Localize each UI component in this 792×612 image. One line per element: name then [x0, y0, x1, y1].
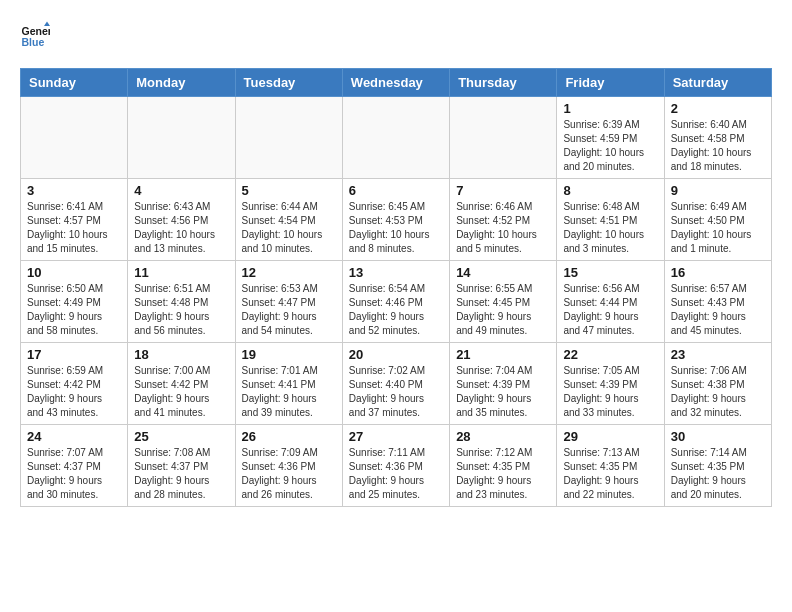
calendar-cell: 1Sunrise: 6:39 AM Sunset: 4:59 PM Daylig…	[557, 97, 664, 179]
day-number: 15	[563, 265, 657, 280]
calendar-cell	[342, 97, 449, 179]
day-number: 2	[671, 101, 765, 116]
calendar-cell: 14Sunrise: 6:55 AM Sunset: 4:45 PM Dayli…	[450, 261, 557, 343]
day-info: Sunrise: 6:40 AM Sunset: 4:58 PM Dayligh…	[671, 118, 765, 174]
day-number: 30	[671, 429, 765, 444]
day-number: 3	[27, 183, 121, 198]
day-info: Sunrise: 6:49 AM Sunset: 4:50 PM Dayligh…	[671, 200, 765, 256]
day-info: Sunrise: 6:45 AM Sunset: 4:53 PM Dayligh…	[349, 200, 443, 256]
calendar-cell: 9Sunrise: 6:49 AM Sunset: 4:50 PM Daylig…	[664, 179, 771, 261]
calendar-cell: 30Sunrise: 7:14 AM Sunset: 4:35 PM Dayli…	[664, 425, 771, 507]
weekday-header-friday: Friday	[557, 69, 664, 97]
day-number: 16	[671, 265, 765, 280]
calendar-cell: 12Sunrise: 6:53 AM Sunset: 4:47 PM Dayli…	[235, 261, 342, 343]
calendar-cell: 7Sunrise: 6:46 AM Sunset: 4:52 PM Daylig…	[450, 179, 557, 261]
day-number: 10	[27, 265, 121, 280]
day-number: 26	[242, 429, 336, 444]
day-number: 25	[134, 429, 228, 444]
day-number: 12	[242, 265, 336, 280]
day-info: Sunrise: 7:11 AM Sunset: 4:36 PM Dayligh…	[349, 446, 443, 502]
calendar-cell: 27Sunrise: 7:11 AM Sunset: 4:36 PM Dayli…	[342, 425, 449, 507]
day-info: Sunrise: 7:13 AM Sunset: 4:35 PM Dayligh…	[563, 446, 657, 502]
day-info: Sunrise: 6:54 AM Sunset: 4:46 PM Dayligh…	[349, 282, 443, 338]
calendar-cell: 2Sunrise: 6:40 AM Sunset: 4:58 PM Daylig…	[664, 97, 771, 179]
calendar-cell: 17Sunrise: 6:59 AM Sunset: 4:42 PM Dayli…	[21, 343, 128, 425]
day-number: 17	[27, 347, 121, 362]
calendar-cell: 4Sunrise: 6:43 AM Sunset: 4:56 PM Daylig…	[128, 179, 235, 261]
day-number: 4	[134, 183, 228, 198]
calendar-cell	[450, 97, 557, 179]
day-info: Sunrise: 6:50 AM Sunset: 4:49 PM Dayligh…	[27, 282, 121, 338]
day-info: Sunrise: 7:08 AM Sunset: 4:37 PM Dayligh…	[134, 446, 228, 502]
calendar-cell: 28Sunrise: 7:12 AM Sunset: 4:35 PM Dayli…	[450, 425, 557, 507]
day-info: Sunrise: 6:46 AM Sunset: 4:52 PM Dayligh…	[456, 200, 550, 256]
day-number: 13	[349, 265, 443, 280]
calendar-cell: 13Sunrise: 6:54 AM Sunset: 4:46 PM Dayli…	[342, 261, 449, 343]
day-number: 22	[563, 347, 657, 362]
calendar-cell: 22Sunrise: 7:05 AM Sunset: 4:39 PM Dayli…	[557, 343, 664, 425]
day-info: Sunrise: 7:04 AM Sunset: 4:39 PM Dayligh…	[456, 364, 550, 420]
day-info: Sunrise: 7:00 AM Sunset: 4:42 PM Dayligh…	[134, 364, 228, 420]
calendar-cell: 25Sunrise: 7:08 AM Sunset: 4:37 PM Dayli…	[128, 425, 235, 507]
weekday-header-saturday: Saturday	[664, 69, 771, 97]
logo: General Blue	[20, 20, 54, 50]
calendar-cell	[235, 97, 342, 179]
day-info: Sunrise: 6:53 AM Sunset: 4:47 PM Dayligh…	[242, 282, 336, 338]
calendar-cell: 10Sunrise: 6:50 AM Sunset: 4:49 PM Dayli…	[21, 261, 128, 343]
day-number: 21	[456, 347, 550, 362]
day-number: 14	[456, 265, 550, 280]
day-number: 18	[134, 347, 228, 362]
calendar-cell: 15Sunrise: 6:56 AM Sunset: 4:44 PM Dayli…	[557, 261, 664, 343]
calendar-cell: 23Sunrise: 7:06 AM Sunset: 4:38 PM Dayli…	[664, 343, 771, 425]
day-info: Sunrise: 6:39 AM Sunset: 4:59 PM Dayligh…	[563, 118, 657, 174]
weekday-header-tuesday: Tuesday	[235, 69, 342, 97]
day-info: Sunrise: 6:51 AM Sunset: 4:48 PM Dayligh…	[134, 282, 228, 338]
day-number: 6	[349, 183, 443, 198]
weekday-header-thursday: Thursday	[450, 69, 557, 97]
day-number: 24	[27, 429, 121, 444]
calendar-cell: 20Sunrise: 7:02 AM Sunset: 4:40 PM Dayli…	[342, 343, 449, 425]
day-number: 7	[456, 183, 550, 198]
logo-icon: General Blue	[20, 20, 50, 50]
calendar-cell: 21Sunrise: 7:04 AM Sunset: 4:39 PM Dayli…	[450, 343, 557, 425]
day-number: 5	[242, 183, 336, 198]
calendar-cell: 11Sunrise: 6:51 AM Sunset: 4:48 PM Dayli…	[128, 261, 235, 343]
day-info: Sunrise: 6:56 AM Sunset: 4:44 PM Dayligh…	[563, 282, 657, 338]
day-info: Sunrise: 7:02 AM Sunset: 4:40 PM Dayligh…	[349, 364, 443, 420]
weekday-header-sunday: Sunday	[21, 69, 128, 97]
day-info: Sunrise: 7:09 AM Sunset: 4:36 PM Dayligh…	[242, 446, 336, 502]
weekday-header-monday: Monday	[128, 69, 235, 97]
svg-text:Blue: Blue	[22, 36, 45, 48]
day-number: 8	[563, 183, 657, 198]
calendar-cell: 16Sunrise: 6:57 AM Sunset: 4:43 PM Dayli…	[664, 261, 771, 343]
day-number: 29	[563, 429, 657, 444]
day-info: Sunrise: 7:07 AM Sunset: 4:37 PM Dayligh…	[27, 446, 121, 502]
day-info: Sunrise: 6:44 AM Sunset: 4:54 PM Dayligh…	[242, 200, 336, 256]
day-info: Sunrise: 7:12 AM Sunset: 4:35 PM Dayligh…	[456, 446, 550, 502]
calendar-cell: 5Sunrise: 6:44 AM Sunset: 4:54 PM Daylig…	[235, 179, 342, 261]
calendar-cell	[21, 97, 128, 179]
calendar-cell: 29Sunrise: 7:13 AM Sunset: 4:35 PM Dayli…	[557, 425, 664, 507]
day-info: Sunrise: 7:01 AM Sunset: 4:41 PM Dayligh…	[242, 364, 336, 420]
calendar-cell: 18Sunrise: 7:00 AM Sunset: 4:42 PM Dayli…	[128, 343, 235, 425]
day-number: 20	[349, 347, 443, 362]
day-info: Sunrise: 6:57 AM Sunset: 4:43 PM Dayligh…	[671, 282, 765, 338]
day-info: Sunrise: 7:06 AM Sunset: 4:38 PM Dayligh…	[671, 364, 765, 420]
calendar: SundayMondayTuesdayWednesdayThursdayFrid…	[20, 68, 772, 507]
day-info: Sunrise: 6:41 AM Sunset: 4:57 PM Dayligh…	[27, 200, 121, 256]
svg-marker-2	[44, 22, 50, 27]
day-number: 27	[349, 429, 443, 444]
calendar-cell: 6Sunrise: 6:45 AM Sunset: 4:53 PM Daylig…	[342, 179, 449, 261]
day-info: Sunrise: 6:59 AM Sunset: 4:42 PM Dayligh…	[27, 364, 121, 420]
calendar-cell: 3Sunrise: 6:41 AM Sunset: 4:57 PM Daylig…	[21, 179, 128, 261]
day-info: Sunrise: 6:48 AM Sunset: 4:51 PM Dayligh…	[563, 200, 657, 256]
calendar-cell: 24Sunrise: 7:07 AM Sunset: 4:37 PM Dayli…	[21, 425, 128, 507]
day-info: Sunrise: 6:55 AM Sunset: 4:45 PM Dayligh…	[456, 282, 550, 338]
day-info: Sunrise: 7:14 AM Sunset: 4:35 PM Dayligh…	[671, 446, 765, 502]
day-number: 9	[671, 183, 765, 198]
day-number: 11	[134, 265, 228, 280]
day-number: 28	[456, 429, 550, 444]
calendar-cell: 8Sunrise: 6:48 AM Sunset: 4:51 PM Daylig…	[557, 179, 664, 261]
day-info: Sunrise: 7:05 AM Sunset: 4:39 PM Dayligh…	[563, 364, 657, 420]
day-info: Sunrise: 6:43 AM Sunset: 4:56 PM Dayligh…	[134, 200, 228, 256]
